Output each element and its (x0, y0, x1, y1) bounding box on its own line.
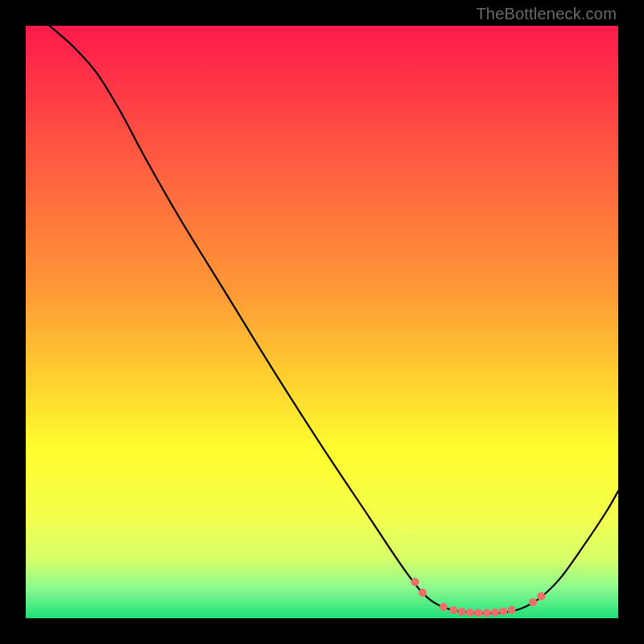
bottleneck-chart (26, 26, 618, 618)
valley-marker (529, 598, 537, 606)
valley-marker (499, 608, 507, 616)
valley-marker (458, 608, 466, 616)
chart-frame (26, 26, 618, 618)
valley-marker (508, 606, 516, 614)
attribution-text: TheBottleneck.com (476, 5, 617, 23)
valley-marker (491, 609, 499, 617)
gradient-background (26, 26, 618, 618)
valley-marker (483, 609, 491, 617)
valley-marker (466, 609, 474, 617)
valley-marker (419, 588, 427, 597)
valley-marker (440, 603, 448, 611)
valley-marker (449, 606, 457, 614)
valley-marker (474, 609, 482, 617)
valley-marker (537, 592, 545, 601)
valley-marker (411, 578, 419, 586)
